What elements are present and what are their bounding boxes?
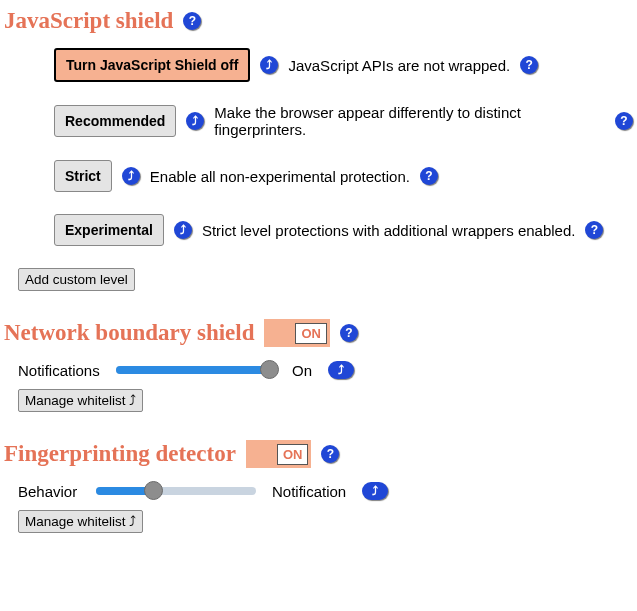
section-title-text: Network boundary shield	[4, 320, 254, 346]
link-arrow-icon[interactable]: ⤴	[122, 167, 140, 185]
help-icon[interactable]: ?	[321, 445, 339, 463]
link-arrow-icon[interactable]: ⤴	[174, 221, 192, 239]
behavior-value: Notification	[272, 483, 346, 500]
help-icon[interactable]: ?	[615, 112, 633, 130]
toggle-label: ON	[277, 444, 309, 465]
help-icon[interactable]: ?	[183, 12, 201, 30]
level-row: Strict ⤴ Enable all non-experimental pro…	[54, 160, 633, 192]
behavior-label: Behavior	[18, 483, 80, 500]
level-row: Experimental ⤴ Strict level protections …	[54, 214, 633, 246]
level-desc: JavaScript APIs are not wrapped.	[288, 57, 510, 74]
section-title-network-shield: Network boundary shield ON ?	[4, 319, 633, 347]
notifications-slider[interactable]	[116, 361, 276, 379]
help-icon[interactable]: ?	[340, 324, 358, 342]
level-row: Recommended ⤴ Make the browser appear di…	[54, 104, 633, 138]
toggle-label: ON	[295, 323, 327, 344]
level-desc: Enable all non-experimental protection.	[150, 168, 410, 185]
manage-whitelist-button[interactable]: Manage whitelist ⤴	[18, 510, 143, 533]
network-toggle[interactable]: ON	[264, 319, 330, 347]
level-row: Turn JavaScript Shield off ⤴ JavaScript …	[54, 48, 633, 82]
section-title-text: JavaScript shield	[4, 8, 173, 34]
behavior-control: Behavior Notification ⤴	[18, 482, 633, 500]
level-strict-button[interactable]: Strict	[54, 160, 112, 192]
fingerprint-toggle[interactable]: ON	[246, 440, 312, 468]
notifications-label: Notifications	[18, 362, 100, 379]
manage-whitelist-button[interactable]: Manage whitelist ⤴	[18, 389, 143, 412]
link-arrow-icon[interactable]: ⤴	[362, 482, 388, 500]
link-arrow-icon[interactable]: ⤴	[260, 56, 278, 74]
level-desc: Make the browser appear differently to d…	[214, 104, 605, 138]
help-icon[interactable]: ?	[585, 221, 603, 239]
level-off-button[interactable]: Turn JavaScript Shield off	[54, 48, 250, 82]
add-custom-level-button[interactable]: Add custom level	[18, 268, 135, 291]
level-recommended-button[interactable]: Recommended	[54, 105, 176, 137]
link-arrow-icon[interactable]: ⤴	[186, 112, 204, 130]
link-arrow-icon[interactable]: ⤴	[328, 361, 354, 379]
level-experimental-button[interactable]: Experimental	[54, 214, 164, 246]
behavior-slider[interactable]	[96, 482, 256, 500]
help-icon[interactable]: ?	[420, 167, 438, 185]
section-title-text: Fingerprinting detector	[4, 441, 236, 467]
help-icon[interactable]: ?	[520, 56, 538, 74]
section-title-fingerprint: Fingerprinting detector ON ?	[4, 440, 633, 468]
js-shield-levels: Turn JavaScript Shield off ⤴ JavaScript …	[54, 48, 633, 246]
section-title-js-shield: JavaScript shield ?	[4, 8, 633, 34]
notifications-value: On	[292, 362, 312, 379]
level-desc: Strict level protections with additional…	[202, 222, 576, 239]
notifications-control: Notifications On ⤴	[18, 361, 633, 379]
